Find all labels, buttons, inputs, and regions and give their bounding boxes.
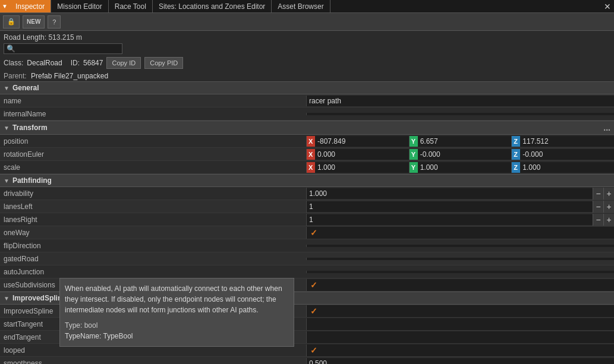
id-label: ID:: [71, 59, 80, 67]
class-row: Class: DecalRoad ID: 56847 Copy ID Copy …: [0, 55, 614, 71]
prop-lanes-left: lanesLeft 1 − +: [0, 200, 614, 213]
prop-smoothness: smoothness 0.500: [0, 357, 614, 364]
id-value: 56847: [83, 59, 103, 67]
general-arrow-icon: ▼: [4, 85, 10, 91]
drivability-minus-button[interactable]: −: [593, 188, 603, 200]
looped-check: ✓: [310, 346, 317, 355]
tooltip-type-name: TypeName: TypeBool: [65, 331, 289, 341]
section-transform: ▼ Transform ...: [0, 121, 614, 135]
ry-label: Y: [410, 149, 418, 160]
sx-label: X: [307, 162, 315, 173]
tab-race-tool[interactable]: Race Tool: [109, 0, 153, 12]
prop-internalname: internalName: [0, 107, 614, 121]
sy-label: Y: [410, 162, 418, 173]
position-x[interactable]: -807.849: [315, 136, 409, 147]
lanes-left-value[interactable]: 1: [307, 201, 593, 212]
class-value: DecalRoad: [27, 59, 62, 67]
sz-label: Z: [512, 162, 520, 173]
improved-spline-check: ✓: [310, 306, 317, 316]
tab-inspector[interactable]: Inspector: [10, 0, 51, 12]
tooltip: When enabled, AI path will automatically…: [59, 278, 294, 347]
position-y[interactable]: 6.657: [418, 136, 512, 147]
rotation-z[interactable]: -0.000: [520, 149, 614, 160]
prop-auto-junction: autoJunction: [0, 265, 614, 278]
improved-spline-arrow-icon: ▼: [4, 295, 10, 302]
search-input[interactable]: [17, 45, 119, 52]
tab-arrow-icon[interactable]: ▼: [0, 0, 10, 12]
scale-z[interactable]: 1.000: [520, 162, 614, 173]
prop-position: position X -807.849 Y 6.657 Z 117.512: [0, 135, 614, 148]
tab-asset-browser[interactable]: Asset Browser: [272, 0, 330, 12]
tab-sites-editor[interactable]: Sites: Locations and Zones Editor: [153, 0, 272, 12]
smoothness-value[interactable]: 0.500: [307, 358, 614, 365]
rz-label: Z: [512, 149, 520, 160]
close-button[interactable]: ✕: [601, 0, 614, 12]
parent-row: Parent: Prefab File27_unpacked: [0, 71, 614, 81]
transform-more-button[interactable]: ...: [603, 123, 610, 132]
prop-flip-direction: flipDirection: [0, 239, 614, 252]
info-bar: Road Length: 513.215 m 🔍: [0, 31, 614, 55]
prop-drivability: drivability 1.000 − +: [0, 187, 614, 200]
section-pathfinding: ▼ Pathfinding: [0, 174, 614, 187]
drivability-value[interactable]: 1.000: [307, 188, 593, 199]
prop-gated-road: gatedRoad: [0, 252, 614, 265]
x-label: X: [307, 136, 315, 147]
help-button[interactable]: ?: [48, 15, 61, 29]
lanes-right-value[interactable]: 1: [307, 214, 593, 225]
use-subdivisions-check: ✓: [310, 280, 317, 290]
lock-button[interactable]: 🔒: [3, 15, 20, 29]
section-general: ▼ General: [0, 81, 614, 94]
transform-arrow-icon: ▼: [4, 125, 10, 131]
toolbar: 🔒 NEW ?: [0, 13, 614, 31]
position-z[interactable]: 117.512: [520, 136, 614, 147]
tooltip-text: When enabled, AI path will automatically…: [65, 284, 282, 314]
lanes-right-plus-button[interactable]: +: [603, 214, 614, 226]
lanes-left-minus-button[interactable]: −: [593, 201, 603, 213]
tab-mission-editor[interactable]: Mission Editor: [51, 0, 108, 12]
z-label: Z: [512, 136, 520, 147]
lanes-left-plus-button[interactable]: +: [603, 201, 614, 213]
prop-scale: scale X 1.000 Y 1.000 Z 1.000: [0, 161, 614, 174]
scale-y[interactable]: 1.000: [418, 162, 512, 173]
y-label: Y: [410, 136, 418, 147]
copy-pid-button[interactable]: Copy PID: [144, 57, 183, 69]
tab-bar: ▼ Inspector Mission Editor Race Tool Sit…: [0, 0, 614, 13]
pathfinding-arrow-icon: ▼: [4, 178, 10, 184]
lanes-right-minus-button[interactable]: −: [593, 214, 603, 226]
one-way-check: ✓: [310, 228, 317, 238]
prop-rotation: rotationEuler X 0.000 Y -0.000 Z -0.000: [0, 148, 614, 161]
search-bar[interactable]: 🔍: [4, 43, 122, 54]
drivability-plus-button[interactable]: +: [603, 188, 614, 200]
copy-id-button[interactable]: Copy ID: [106, 57, 141, 69]
rx-label: X: [307, 149, 315, 160]
new-button[interactable]: NEW: [23, 15, 45, 29]
prop-lanes-right: lanesRight 1 − +: [0, 213, 614, 226]
scale-x[interactable]: 1.000: [315, 162, 409, 173]
rotation-y[interactable]: -0.000: [418, 149, 512, 160]
search-icon: 🔍: [7, 45, 15, 53]
prop-name: name racer path: [0, 94, 614, 107]
class-label: Class:: [4, 59, 23, 67]
tooltip-type-label: Type: bool: [65, 320, 289, 331]
road-length: Road Length: 513.215 m: [4, 33, 610, 42]
prop-one-way: oneWay ✓: [0, 226, 614, 239]
rotation-x[interactable]: 0.000: [315, 149, 409, 160]
